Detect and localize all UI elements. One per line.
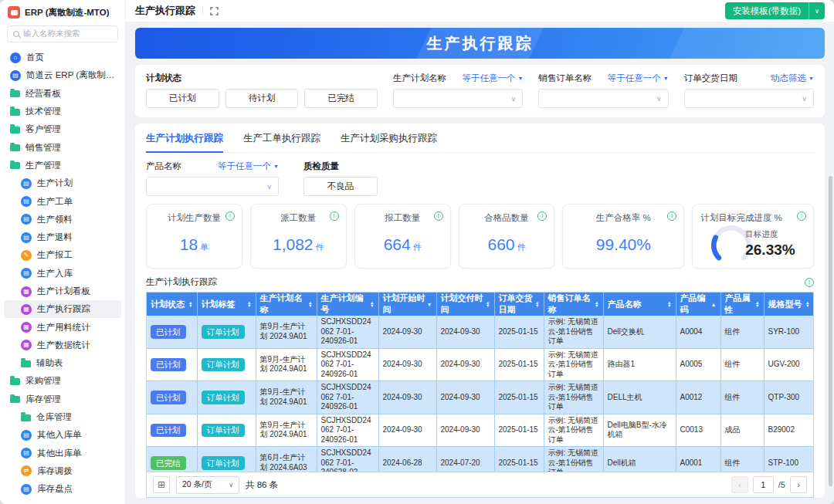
column-header-label: 生产计划编号	[321, 293, 369, 316]
sidebar-item[interactable]: ▦生产数据统计	[4, 337, 121, 354]
column-header[interactable]: 规格型号▲▼	[764, 293, 813, 316]
product-name-select[interactable]: ∨	[146, 177, 279, 196]
chevron-down-icon[interactable]: ∨	[809, 2, 825, 19]
vertical-scrollbar[interactable]	[829, 176, 832, 486]
filter-field-select[interactable]: ∨	[393, 89, 523, 108]
plan-status-option-button[interactable]: 已完结	[304, 89, 378, 108]
sidebar-item[interactable]: 技术管理	[4, 103, 121, 120]
sidebar-item[interactable]: ⇄库存调拨	[4, 462, 121, 480]
sidebar-item[interactable]: 仓库管理	[4, 408, 121, 426]
triangle-down-icon: ▼	[809, 76, 814, 81]
sidebar-item[interactable]: ▤生产领料	[4, 211, 121, 228]
sort-icon[interactable]: ▲▼	[595, 301, 598, 308]
column-header[interactable]: 产品编码▲	[676, 293, 720, 316]
info-icon[interactable]: i	[805, 278, 814, 287]
quality-label: 质检质量	[303, 160, 378, 172]
sidebar-item[interactable]: ▤生产计划	[4, 174, 121, 192]
sidebar-item[interactable]: 采购管理	[4, 372, 121, 390]
page-number-input[interactable]	[753, 476, 774, 493]
tab-生产计划采购执行跟踪[interactable]: 生产计划采购执行跟踪	[341, 130, 437, 153]
install-template-label[interactable]: 安装模板(带数据)	[725, 2, 809, 19]
triangle-down-icon: ▼	[273, 164, 279, 169]
info-icon[interactable]: i	[225, 211, 235, 221]
quality-option-button[interactable]: 不良品	[303, 177, 378, 196]
sidebar-item[interactable]: ▤其他出库单	[4, 445, 121, 462]
sidebar-item[interactable]: ▤生产入库	[4, 265, 121, 282]
column-header[interactable]: 计划开始时间▼	[378, 293, 436, 316]
status-badge: 已计划	[151, 424, 186, 438]
prev-page-button[interactable]: ‹	[731, 476, 748, 493]
operator-dropdown[interactable]: 等于任意一个 ▼	[608, 73, 669, 84]
operator-dropdown[interactable]: 等于任意一个 ▼	[462, 73, 523, 84]
table-row[interactable]: 已完结订单计划第6月-生产计划 2024.6A03SCJHXSDD24062 7…	[147, 447, 813, 472]
column-header[interactable]: 订单交货日期▲▼	[494, 293, 544, 316]
plan-status-option-button[interactable]: 已计划	[146, 89, 219, 108]
column-header[interactable]: 销售订单名称▲▼	[544, 293, 603, 316]
sort-icon[interactable]: ▲▼	[188, 301, 192, 308]
sidebar-item[interactable]: ▤简道云 ERP (离散制造-MTO) ...	[4, 66, 121, 84]
info-icon[interactable]: i	[434, 211, 443, 221]
next-page-button[interactable]: ›	[790, 476, 807, 493]
plan-status-option-button[interactable]: 待计划	[225, 89, 299, 108]
sort-icon[interactable]: ▲▼	[247, 301, 251, 308]
sidebar-item[interactable]: ▤生产退料	[4, 228, 121, 246]
info-icon[interactable]: i	[797, 211, 806, 221]
stat-title: 派工数量	[259, 212, 338, 224]
table-cell: SCJHXSDD24062 7-01-240628-02	[317, 447, 378, 472]
status-badge: 已完结	[151, 456, 186, 470]
column-header[interactable]: 生产计划名称▲▼	[256, 293, 317, 316]
table-row[interactable]: 已计划订单计划第9月-生产计划 2024.9A01SCJHXSDD24062 7…	[147, 348, 813, 381]
column-header[interactable]: 产品名称▲▼	[603, 293, 676, 316]
sidebar-item[interactable]: ▦生产用料统计	[4, 318, 121, 336]
plan-status-options: 已计划待计划已完结	[146, 89, 378, 108]
sidebar-item[interactable]: ▤生产工单	[4, 192, 121, 210]
tab-生产计划执行跟踪[interactable]: 生产计划执行跟踪	[146, 130, 223, 153]
sidebar-item[interactable]: 辅助表	[4, 354, 121, 372]
table-scroll-area[interactable]: 计划状态▲▼计划标签▲▼生产计划名称▲▼生产计划编号▲▼计划开始时间▼计划交付时…	[147, 293, 813, 472]
sidebar-item[interactable]: ⌂首页	[4, 49, 121, 66]
sort-desc-icon[interactable]: ▼	[427, 302, 432, 307]
filter-field-select[interactable]: ∨	[684, 89, 814, 108]
column-header[interactable]: 生产计划编号▲▼	[317, 293, 378, 316]
sidebar-search-input[interactable]: 输入名称来搜索	[7, 25, 118, 42]
table-row[interactable]: 已计划订单计划第9月-生产计划 2024.9A01SCJHXSDD24062 7…	[147, 414, 813, 447]
sort-asc-icon[interactable]: ▲	[711, 302, 717, 307]
sort-icon[interactable]: ▲▼	[667, 301, 671, 308]
fullscreen-icon[interactable]	[210, 7, 219, 15]
column-header[interactable]: 计划交付时间▲▼	[436, 293, 494, 316]
filter-field-select[interactable]: ∨	[538, 89, 668, 108]
sidebar-item[interactable]: ▤其他入库单	[4, 426, 121, 444]
table-row[interactable]: 已计划订单计划第9月-生产计划 2024.9A01SCJHXSDD24062 7…	[147, 381, 813, 414]
sidebar-item[interactable]: ✎生产报工	[4, 246, 121, 264]
doc-icon: ▤	[21, 268, 32, 279]
app-header: ERP (离散制造-MTO)	[0, 0, 125, 23]
column-header[interactable]: 计划标签▲▼	[197, 293, 256, 316]
sidebar-item[interactable]: 库存管理	[4, 391, 121, 408]
table-row[interactable]: 已计划订单计划第9月-生产计划 2024.9A01SCJHXSDD24062 7…	[147, 316, 813, 348]
info-icon[interactable]: i	[330, 211, 339, 221]
column-header[interactable]: 产品属性▲▼	[720, 293, 764, 316]
sort-icon[interactable]: ▲▼	[486, 301, 490, 308]
sort-icon[interactable]: ▲▼	[308, 301, 312, 308]
sidebar-item[interactable]: 销售管理	[4, 138, 121, 156]
sort-icon[interactable]: ▲▼	[370, 301, 374, 308]
operator-dropdown[interactable]: 动态筛选 ▼	[771, 73, 814, 84]
operator-dropdown[interactable]: 等于任意一个▼	[218, 161, 279, 172]
sort-icon[interactable]: ▲▼	[805, 301, 809, 308]
view-switch-icon[interactable]: ⊞	[153, 476, 170, 493]
column-header[interactable]: 计划状态▲▼	[147, 293, 197, 316]
sidebar-item[interactable]: 客户管理	[4, 120, 121, 138]
table-cell: DELL主机	[603, 381, 676, 414]
tab-生产工单执行跟踪[interactable]: 生产工单执行跟踪	[243, 130, 320, 153]
sidebar-item[interactable]: ▦生产执行跟踪	[4, 300, 121, 318]
sidebar-item[interactable]: ▦生产计划看板	[4, 282, 121, 300]
page-size-select[interactable]: 20 条/页∨	[176, 476, 239, 494]
sort-icon[interactable]: ▲▼	[535, 301, 539, 308]
sidebar-item[interactable]: 生产管理	[4, 157, 121, 174]
chevron-down-icon: ∨	[229, 482, 233, 489]
install-template-button[interactable]: 安装模板(带数据) ∨	[725, 2, 825, 19]
sidebar-item[interactable]: ▤库存盘点	[4, 480, 121, 498]
filter-order-delivery-date: 订单交货日期动态筛选 ▼∨	[684, 72, 814, 108]
sort-icon[interactable]: ▲▼	[755, 301, 759, 308]
sidebar-item[interactable]: 经营看板	[4, 85, 121, 103]
